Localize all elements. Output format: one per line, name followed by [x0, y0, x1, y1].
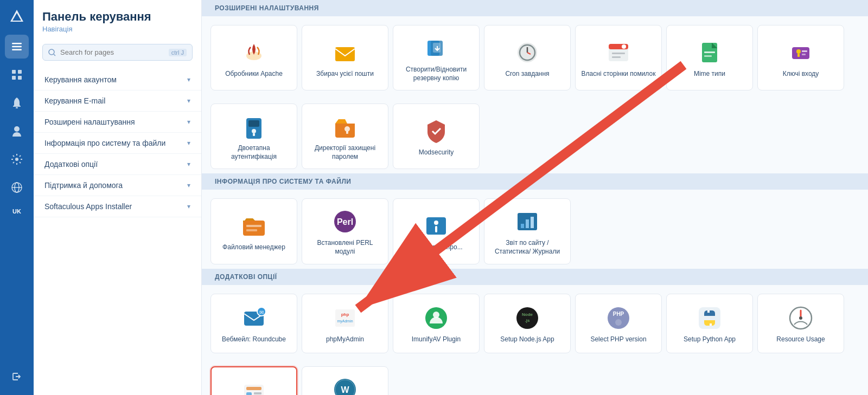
card-label-roundcube: Вебмейл: Roundcube [222, 335, 286, 344]
svg-point-12 [14, 126, 20, 132]
card-cron[interactable]: Сron завдання [484, 25, 571, 90]
card-backup[interactable]: Створити/Відновити резервну копію [393, 25, 480, 90]
chevron-icon: ▾ [187, 182, 190, 189]
card-icon-filemanager [241, 213, 267, 239]
nav-list: Керування акаунтом▾Керування E-mail▾Розш… [34, 69, 201, 217]
svg-point-76 [799, 316, 802, 320]
svg-text:PHP: PHP [613, 311, 624, 317]
svg-text:php: php [341, 312, 349, 317]
card-label-dir-protect: Директорії захищені паролем [308, 144, 382, 161]
nav-label: Інформація про систему та файли [44, 139, 165, 147]
card-mime[interactable]: Mime типи [666, 25, 753, 90]
card-apache[interactable]: Обробники Apache [210, 25, 297, 90]
card-icon-perl-modules: Perl [332, 209, 358, 235]
card-php-info[interactable]: Інформація про... [393, 198, 480, 264]
card-label-error-pages: Власні сторінки помилок [582, 70, 656, 79]
card-error-pages[interactable]: Власні сторінки помилок [575, 25, 662, 90]
svg-point-30 [622, 44, 626, 49]
nav-label: Керування E-mail [44, 96, 105, 105]
card-label-mime: Mime типи [694, 70, 725, 79]
grid-icon[interactable] [5, 63, 29, 87]
card-label-stats: Звіт по сайту / Статистика/ Журнали [490, 239, 565, 256]
card-icon-nodejs: Node.js [514, 305, 540, 331]
card-dir-protect[interactable]: Директорії захищені паролем [302, 103, 388, 169]
svg-rect-57 [521, 224, 524, 228]
sidebar-title: Панель керування [42, 10, 193, 24]
card-icon-imunify [423, 305, 449, 331]
card-resource-usage[interactable]: Resource Usage [757, 294, 844, 353]
sidebar-item-advanced[interactable]: Розширені налаштування▾ [34, 112, 201, 133]
search-input[interactable] [60, 48, 164, 56]
card-icon-2fa [241, 114, 267, 140]
sidebar-item-account[interactable]: Керування акаунтом▾ [34, 69, 201, 90]
gear-icon[interactable] [5, 147, 29, 171]
svg-rect-50 [246, 229, 257, 231]
sidebar-item-extras[interactable]: Додаткові опції▾ [34, 154, 201, 175]
main-content: РОЗШИРЕНІ НАЛАШТУВАННЯОбробники ApacheЗб… [202, 0, 868, 395]
card-2fa[interactable]: Двоетапна аутентифікація [210, 103, 297, 169]
card-softaculous-auto[interactable]: Softaculous Auto Installer [210, 366, 297, 395]
language-label[interactable]: UK [5, 204, 29, 219]
card-label-modsecurity: Modsecurity [419, 148, 454, 157]
card-label-resource-usage: Resource Usage [776, 335, 825, 344]
svg-point-11 [16, 107, 18, 109]
card-icon-cron [514, 40, 540, 66]
chevron-icon: ▾ [187, 118, 190, 126]
nav-label: Softaculous Apps Installer [44, 202, 132, 211]
svg-rect-49 [246, 225, 261, 227]
card-label-apache: Обробники Apache [225, 70, 283, 79]
card-icon-mail-fetch [332, 40, 358, 66]
search-box[interactable]: ctrl J [42, 44, 193, 61]
card-icon-stats [514, 209, 540, 235]
card-icon-modsecurity [423, 118, 449, 144]
user-icon[interactable] [5, 119, 29, 143]
sidebar-toggle-icon[interactable] [5, 35, 29, 59]
card-php-version[interactable]: PHPSelect PHP version [575, 294, 662, 353]
card-python[interactable]: Setup Python App [666, 294, 753, 353]
sidebar-item-softaculous[interactable]: Softaculous Apps Installer▾ [34, 196, 201, 217]
sidebar-item-email[interactable]: Керування E-mail▾ [34, 90, 201, 112]
svg-text:Perl: Perl [337, 217, 353, 226]
chevron-icon: ▾ [187, 97, 190, 105]
bell-icon[interactable] [5, 91, 29, 115]
svg-text:✉: ✉ [259, 309, 264, 315]
card-label-filemanager: Файловий менеджер [222, 243, 285, 252]
card-imunify[interactable]: ImunifyAV Plugin [393, 294, 480, 353]
cards-grid-advanced-settings: Обробники ApacheЗбирач усієї поштиСтвори… [202, 16, 868, 95]
search-shortcut: ctrl J [169, 49, 187, 56]
card-roundcube[interactable]: ✉Вебмейл: Roundcube [210, 294, 297, 353]
card-stats[interactable]: Звіт по сайту / Статистика/ Журнали [484, 198, 571, 264]
svg-rect-8 [18, 70, 22, 74]
card-nodejs[interactable]: Node.jsSetup Node.js App [484, 294, 571, 353]
card-ssh[interactable]: Ключі входу [757, 25, 844, 90]
svg-rect-31 [612, 53, 625, 54]
svg-rect-47 [346, 131, 348, 134]
card-label-cron: Сron завдання [505, 70, 549, 79]
svg-text:W: W [341, 385, 349, 394]
card-filemanager[interactable]: Файловий менеджер [210, 198, 297, 264]
globe-icon[interactable] [5, 176, 29, 199]
svg-point-17 [49, 49, 54, 55]
app-logo [7, 7, 27, 26]
svg-rect-58 [526, 219, 529, 228]
svg-rect-35 [704, 51, 715, 53]
card-modsecurity[interactable]: Modsecurity [393, 103, 480, 169]
sections-container: РОЗШИРЕНІ НАЛАШТУВАННЯОбробники ApacheЗб… [202, 0, 868, 395]
card-label-nodejs: Setup Node.js App [500, 335, 554, 344]
icon-bar: UK [0, 0, 34, 395]
card-wordpress[interactable]: WWordPress Manager by Softaculous [302, 366, 388, 395]
sidebar-item-sysinfo[interactable]: Інформація про систему та файли▾ [34, 133, 201, 154]
logout-icon[interactable] [5, 365, 29, 388]
svg-text:Node: Node [522, 312, 533, 317]
section-header-extras: ДОДАТКОВІ ОПЦІЇ [202, 269, 868, 285]
sidebar-item-support[interactable]: Підтримка й допомога▾ [34, 175, 201, 196]
svg-rect-59 [531, 217, 534, 228]
sidebar: Панель керування Навігація ctrl J Керува… [34, 0, 202, 395]
card-phpmyadmin[interactable]: phpmyAdminphpMyAdmin [302, 294, 388, 353]
svg-point-54 [434, 221, 438, 225]
card-mail-fetch[interactable]: Збирач усієї пошти [302, 25, 388, 90]
card-perl-modules[interactable]: PerlВстановлені PERL модулі [302, 198, 388, 264]
nav-label: Підтримка й допомога [44, 181, 123, 190]
card-icon-mime [697, 40, 723, 66]
svg-rect-6 [12, 49, 22, 51]
